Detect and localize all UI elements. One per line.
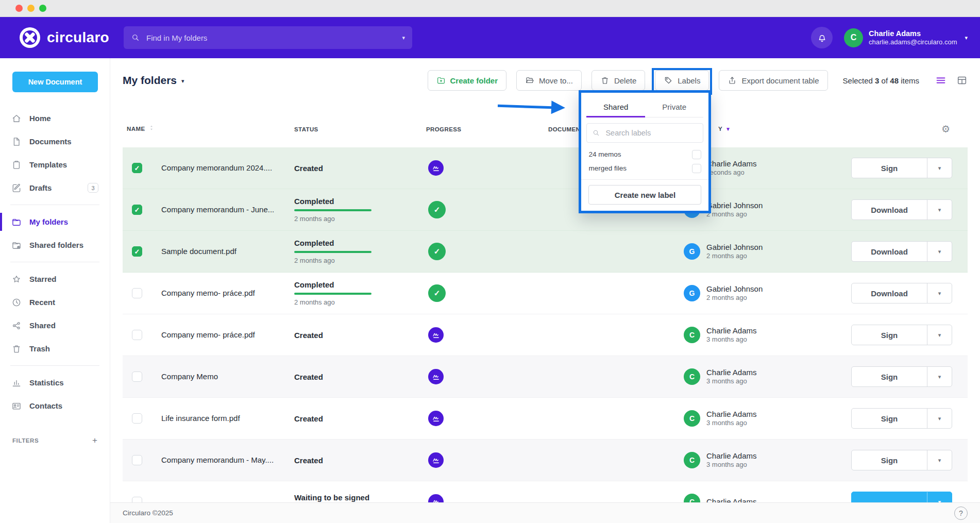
row-action-main-button[interactable]: Download: [852, 242, 927, 261]
move-to-button[interactable]: Move to...: [516, 70, 582, 91]
folder-title-dropdown[interactable]: My folders ▾: [123, 70, 184, 91]
document-name[interactable]: Life insurance form.pdf: [161, 414, 240, 423]
row-action-main-button[interactable]: Sign: [852, 158, 927, 178]
list-view-toggle[interactable]: [935, 75, 947, 86]
row-checkbox[interactable]: [132, 246, 142, 257]
new-document-button[interactable]: New Document: [12, 72, 98, 92]
modified-by-cell: C Charlie Adams 3 months ago: [684, 326, 835, 344]
row-action-main-button[interactable]: Sign: [852, 367, 927, 386]
sidebar-item-templates[interactable]: Templates: [0, 153, 110, 176]
footer: Circularo ©2025 ?: [110, 502, 980, 523]
toolbar: Create folderMove to...DeleteLabels Shar…: [428, 70, 968, 91]
table-row[interactable]: Company memorandum - June... Completed 2…: [123, 189, 968, 231]
trash-icon: [600, 76, 610, 85]
row-action-dropdown-button[interactable]: ▾: [927, 367, 952, 386]
labels-search-input[interactable]: [586, 123, 703, 143]
row-action-dropdown-button[interactable]: ▾: [927, 325, 952, 345]
row-action-main-button[interactable]: Sign: [852, 450, 927, 470]
drafts-count-badge: 3: [88, 183, 98, 193]
table-row[interactable]: Company memorandum 2024.... Created C Ch…: [123, 147, 968, 189]
row-action-dropdown-button[interactable]: ▾: [927, 242, 952, 261]
help-button[interactable]: ?: [954, 507, 968, 520]
signature-icon: [428, 327, 444, 343]
document-name[interactable]: Company memo- práce.pdf: [161, 330, 255, 339]
row-checkbox[interactable]: [132, 372, 142, 382]
column-header-name[interactable]: NAME: [123, 124, 294, 133]
row-action-dropdown-button[interactable]: ▾: [927, 450, 952, 470]
table-row[interactable]: Company memorandum - May.... Created C C…: [123, 440, 968, 481]
sidebar-item-my-folders[interactable]: My folders: [0, 210, 110, 233]
sidebar-item-drafts[interactable]: Drafts3: [0, 176, 110, 199]
sidebar-item-starred[interactable]: Starred: [0, 267, 110, 291]
create-new-label-button[interactable]: Create new label: [588, 185, 701, 205]
modified-by-name: Gabriel Johnson: [706, 243, 763, 252]
create-folder-button[interactable]: Create folder: [428, 70, 507, 91]
modified-by-cell: G Gabriel Johnson 2 months ago: [684, 243, 835, 261]
row-checkbox[interactable]: [132, 288, 142, 298]
sidebar-item-statistics[interactable]: Statistics: [0, 371, 110, 394]
row-action-main-button[interactable]: Download: [852, 283, 927, 303]
sidebar-item-label: Documents: [29, 137, 72, 146]
document-name[interactable]: Company memorandum - June...: [161, 205, 274, 214]
sidebar-item-shared[interactable]: Shared: [0, 314, 110, 337]
search-scope-caret-icon[interactable]: ▾: [402, 35, 405, 41]
sidebar-item-home[interactable]: Home: [0, 107, 110, 130]
row-checkbox[interactable]: [132, 330, 142, 340]
status-time: 2 months ago: [294, 298, 426, 306]
status-text: Waiting to be signed: [294, 493, 426, 502]
sidebar-item-shared-folders[interactable]: Shared folders: [0, 233, 110, 257]
table-row[interactable]: Sample document.pdf Completed 2 months a…: [123, 231, 968, 273]
table-row[interactable]: Company memo- práce.pdf Completed 2 mont…: [123, 273, 968, 314]
table-row[interactable]: Company Memo Created C Charlie Adams 3 m…: [123, 356, 968, 398]
row-action-dropdown-button[interactable]: ▾: [927, 200, 952, 220]
status-text: Completed: [294, 239, 426, 247]
labels-button[interactable]: Labels: [655, 70, 709, 91]
row-checkbox[interactable]: [132, 455, 142, 465]
document-name[interactable]: Sample document.pdf: [161, 247, 236, 256]
modified-by-cell: C Charlie Adams 3 months ago: [684, 451, 835, 469]
global-search[interactable]: ▾: [124, 26, 412, 49]
tab-shared[interactable]: Shared: [586, 97, 645, 117]
document-name[interactable]: Company Memo: [161, 372, 218, 381]
share-icon: [11, 320, 22, 331]
row-action-dropdown-button[interactable]: ▾: [927, 158, 952, 178]
window-zoom-button[interactable]: [39, 5, 46, 12]
window-close-button[interactable]: [15, 5, 23, 12]
row-action-dropdown-button[interactable]: ▾: [927, 283, 952, 303]
table-row[interactable]: Life insurance form.pdf Created C Charli…: [123, 398, 968, 440]
table-row[interactable]: Company memo- práce.pdf Created C Charli…: [123, 314, 968, 356]
document-name[interactable]: Company memo- práce.pdf: [161, 289, 255, 297]
document-name[interactable]: Company memorandum - May....: [161, 455, 274, 464]
row-action-main-button[interactable]: Download: [852, 200, 927, 220]
document-name[interactable]: Company memorandum 2024....: [161, 163, 272, 172]
annotation-arrow-icon: [498, 99, 568, 115]
window-minimize-button[interactable]: [27, 5, 35, 12]
completed-check-icon: ✓: [428, 243, 446, 260]
row-action-dropdown-button[interactable]: ▾: [927, 409, 952, 428]
row-action-main-button[interactable]: Sign: [852, 325, 927, 345]
row-action-main-button[interactable]: Sign: [852, 409, 927, 428]
export-document-table-button[interactable]: Export document table: [719, 70, 827, 91]
notifications-button[interactable]: [811, 27, 833, 48]
add-filter-button[interactable]: +: [92, 436, 97, 445]
brand-logo[interactable]: circularo: [20, 17, 109, 58]
signature-icon: [428, 160, 444, 176]
grid-view-toggle[interactable]: [956, 75, 968, 86]
sidebar-item-label: Trash: [29, 344, 50, 353]
tab-private[interactable]: Private: [645, 97, 704, 117]
sidebar-item-trash[interactable]: Trash: [0, 337, 110, 360]
delete-button[interactable]: Delete: [592, 70, 645, 91]
sidebar-item-contacts[interactable]: Contacts: [0, 394, 110, 417]
label-checkbox[interactable]: [692, 164, 701, 173]
row-checkbox[interactable]: [132, 413, 142, 424]
modified-by-name: Charlie Adams: [706, 159, 757, 169]
sidebar-item-documents[interactable]: Documents: [0, 130, 110, 153]
modified-time: seconds ago: [706, 168, 757, 177]
label-checkbox[interactable]: [692, 150, 701, 159]
sidebar-item-recent[interactable]: Recent: [0, 291, 110, 314]
row-checkbox[interactable]: [132, 205, 142, 215]
user-menu[interactable]: C Charlie Adams charlie.adams@circularo.…: [844, 28, 968, 47]
search-input[interactable]: [146, 33, 398, 42]
gear-icon[interactable]: ⚙: [941, 124, 950, 134]
row-checkbox[interactable]: [132, 163, 142, 173]
